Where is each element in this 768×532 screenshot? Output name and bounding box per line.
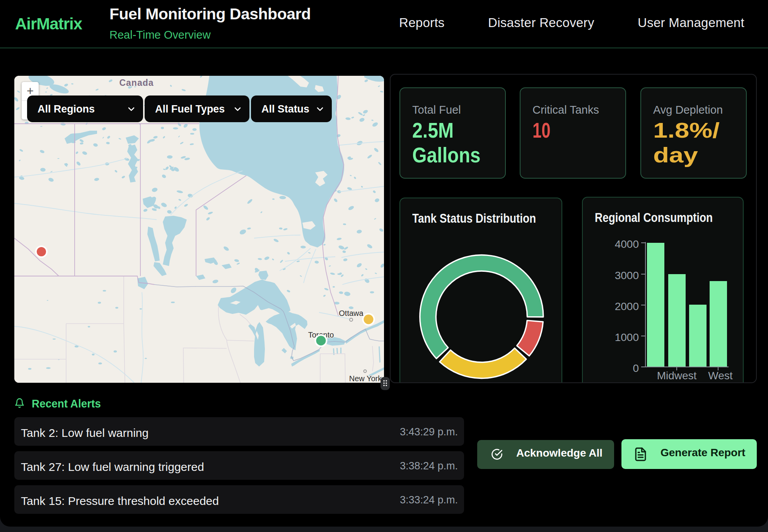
svg-text:New York: New York	[349, 374, 382, 383]
svg-text:Ottawa: Ottawa	[339, 309, 364, 317]
svg-text:Canada: Canada	[119, 78, 154, 88]
